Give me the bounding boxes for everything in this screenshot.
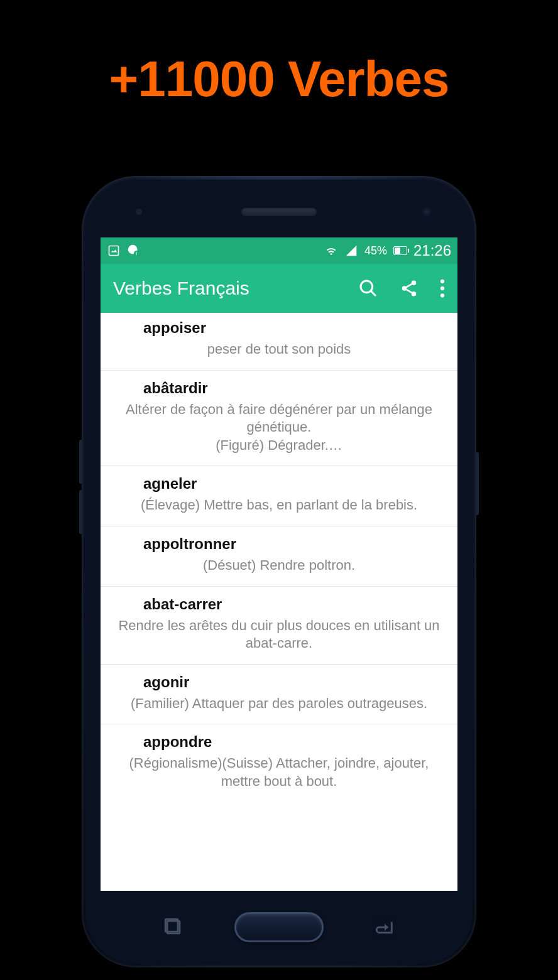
verb-word: appondre <box>112 733 446 754</box>
svg-rect-0 <box>109 246 119 256</box>
verb-word: appoltronner <box>112 535 446 557</box>
list-item[interactable]: agneler (Élevage) Mettre bas, en parlant… <box>101 466 457 526</box>
volume-up-button <box>79 440 82 484</box>
verb-word: abat-carrer <box>112 596 446 617</box>
list-item[interactable]: appoiser peser de tout son poids <box>101 313 457 371</box>
phone-nav-bar <box>85 891 473 964</box>
app-bar: Verbes Français <box>101 264 457 313</box>
svg-text:!: ! <box>136 251 138 256</box>
svg-point-7 <box>402 286 407 291</box>
status-bar: ! 45% 21:26 <box>101 237 457 264</box>
verb-definition: peser de tout son poids <box>112 340 446 359</box>
battery-percentage: 45% <box>364 244 387 258</box>
verb-list[interactable]: appoiser peser de tout son poids abâtard… <box>101 313 457 891</box>
power-button <box>476 452 479 515</box>
svg-line-9 <box>407 284 412 287</box>
svg-line-5 <box>371 291 376 296</box>
list-item[interactable]: agonir (Familier) Attaquer par des parol… <box>101 665 457 725</box>
promo-title: +11000 Verbes <box>0 0 558 108</box>
phone-top-bezel <box>85 180 473 237</box>
verb-word: agonir <box>112 673 446 695</box>
app-title: Verbes Français <box>113 278 249 299</box>
svg-point-11 <box>440 280 444 283</box>
sensor <box>136 209 142 215</box>
verb-definition: (Régionalisme)(Suisse) Attacher, joindre… <box>112 754 446 790</box>
verb-word: agneler <box>112 475 446 496</box>
front-camera <box>421 206 432 217</box>
list-item[interactable]: abat-carrer Rendre les arêtes du cuir pl… <box>101 587 457 665</box>
overflow-menu-button[interactable] <box>440 279 445 298</box>
verb-word: appoiser <box>112 319 446 340</box>
verb-definition: Rendre les arêtes du cuir plus douces en… <box>112 617 446 653</box>
list-item[interactable]: abâtardir Altérer de façon à faire dégén… <box>101 371 457 467</box>
home-button[interactable] <box>234 912 324 942</box>
back-button[interactable] <box>374 917 395 938</box>
search-button[interactable] <box>358 278 378 298</box>
screen: ! 45% 21:26 Ve <box>101 237 457 891</box>
sync-alert-icon: ! <box>127 244 141 258</box>
verb-definition: (Élevage) Mettre bas, en parlant de la b… <box>112 496 446 514</box>
share-icon <box>400 279 418 298</box>
verb-word: abâtardir <box>112 379 446 401</box>
svg-point-12 <box>440 286 444 290</box>
list-item[interactable]: appoltronner (Désuet) Rendre poltron. <box>101 526 457 587</box>
speaker-grille <box>241 207 317 216</box>
verb-definition: (Désuet) Rendre poltron. <box>112 557 446 575</box>
clock: 21:26 <box>413 242 451 259</box>
wifi-icon <box>324 244 338 258</box>
recent-apps-button[interactable] <box>163 917 184 938</box>
verb-definition: (Familier) Attaquer par des paroles outr… <box>112 695 446 713</box>
svg-point-8 <box>412 291 417 297</box>
battery-icon <box>393 244 407 258</box>
signal-icon <box>344 244 358 258</box>
list-item[interactable]: appondre (Régionalisme)(Suisse) Attacher… <box>101 724 457 802</box>
svg-point-13 <box>440 293 444 297</box>
verb-definition: Altérer de façon à faire dégénérer par u… <box>112 401 446 455</box>
svg-point-4 <box>361 281 373 293</box>
phone-frame: ! 45% 21:26 Ve <box>82 176 476 967</box>
svg-point-6 <box>412 281 417 286</box>
volume-down-button <box>79 490 82 534</box>
search-icon <box>358 278 378 298</box>
screenshot-saved-icon <box>107 244 121 258</box>
overflow-menu-icon <box>440 279 445 298</box>
svg-line-10 <box>407 290 412 293</box>
share-button[interactable] <box>400 279 418 298</box>
